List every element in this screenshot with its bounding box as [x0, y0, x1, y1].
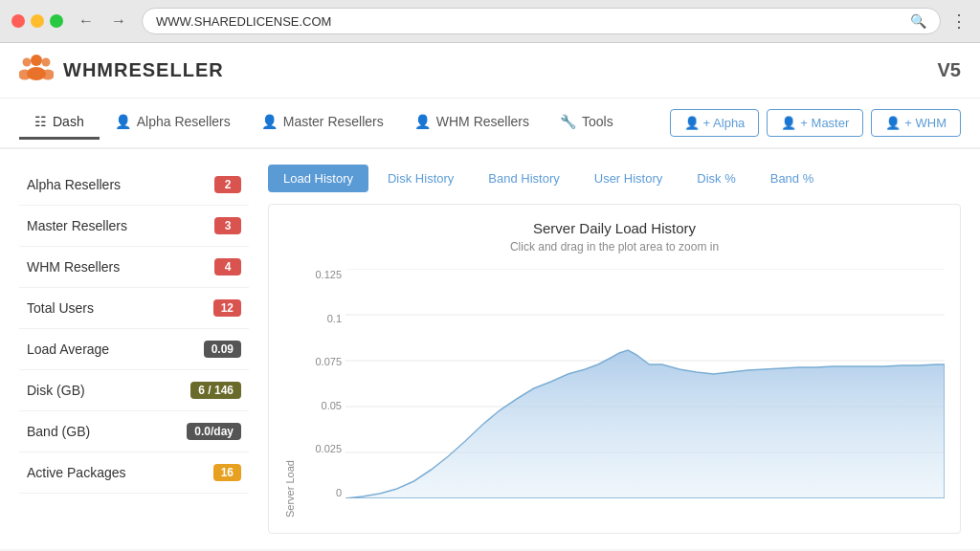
- svg-point-0: [31, 55, 42, 66]
- add-alpha-icon: 👤: [684, 116, 700, 130]
- nav-tab-tools[interactable]: 🔧 Tools: [545, 106, 629, 140]
- nav-tabs: ☷ Dash 👤 Alpha Resellers 👤 Master Resell…: [19, 106, 629, 140]
- app-container: WHMRESELLER V5 ☷ Dash 👤 Alpha Resellers …: [0, 43, 980, 549]
- add-whm-icon: 👤: [885, 116, 901, 130]
- add-master-icon: 👤: [781, 116, 796, 130]
- add-alpha-label: + Alpha: [703, 116, 746, 130]
- sidebar-item-master-resellers[interactable]: Master Resellers 3: [19, 206, 249, 247]
- logo-text: WHMRESELLER: [63, 59, 224, 81]
- sidebar-item-band-gb[interactable]: Band (GB) 0.0/day: [19, 411, 249, 452]
- chart-tabs: Load History Disk History Band History U…: [268, 165, 961, 192]
- y-axis-label: Server Load: [284, 269, 296, 518]
- svg-point-4: [42, 58, 51, 67]
- sidebar-item-alpha-resellers[interactable]: Alpha Resellers 2: [19, 165, 249, 206]
- y-tick-3: 0.05: [303, 400, 342, 411]
- sidebar-label-total-users: Total Users: [27, 300, 94, 316]
- badge-active-packages: 16: [213, 464, 241, 481]
- sidebar: Alpha Resellers 2 Master Resellers 3 WHM…: [19, 165, 249, 534]
- badge-load-average: 0.09: [204, 341, 241, 358]
- close-dot[interactable]: [11, 14, 25, 28]
- badge-whm: 4: [214, 258, 241, 276]
- chart-tab-band-pct[interactable]: Band %: [755, 165, 830, 192]
- chart-title: Server Daily Load History: [284, 220, 945, 236]
- tools-icon: 🔧: [560, 114, 576, 129]
- sidebar-item-load-average[interactable]: Load Average 0.09: [19, 329, 249, 370]
- chart-wrapper: Server Load 0.125 0.1 0.075 0.05 0.025 0: [284, 269, 945, 518]
- chart-inner: 0.125 0.1 0.075 0.05 0.025 0: [303, 269, 945, 518]
- nav-tab-whm[interactable]: 👤 WHM Resellers: [399, 106, 545, 140]
- chart-tab-band-history[interactable]: Band History: [473, 165, 574, 192]
- app-header: WHMRESELLER V5: [0, 43, 980, 99]
- logo-icon: [19, 53, 54, 88]
- sidebar-label-disk: Disk (GB): [27, 383, 85, 398]
- nav-bar: ☷ Dash 👤 Alpha Resellers 👤 Master Resell…: [0, 99, 980, 149]
- nav-tab-alpha[interactable]: 👤 Alpha Resellers: [100, 106, 246, 140]
- sidebar-item-total-users[interactable]: Total Users 12: [19, 288, 249, 329]
- nav-tab-dash[interactable]: ☷ Dash: [19, 106, 100, 140]
- y-tick-5: 0: [303, 487, 342, 498]
- browser-chrome: ← → WWW.SHAREDLICENSE.COM 🔍 ⋮: [0, 0, 980, 43]
- user-icon-master: 👤: [261, 114, 278, 129]
- y-tick-2: 0.075: [303, 356, 342, 367]
- chart-tab-user-history[interactable]: User History: [579, 165, 679, 192]
- search-icon: 🔍: [910, 13, 926, 29]
- y-tick-4: 0.025: [303, 443, 342, 454]
- badge-total-users: 12: [213, 299, 241, 317]
- add-whm-label: + WHM: [904, 116, 947, 130]
- sidebar-label-master: Master Resellers: [27, 218, 127, 233]
- add-alpha-button[interactable]: 👤 + Alpha: [670, 109, 760, 137]
- logo: WHMRESELLER: [19, 53, 224, 88]
- nav-tab-alpha-label: Alpha Resellers: [137, 114, 231, 129]
- sidebar-label-whm: WHM Resellers: [27, 259, 120, 275]
- back-button[interactable]: ←: [73, 11, 100, 32]
- minimize-dot[interactable]: [31, 14, 44, 28]
- user-icon-alpha: 👤: [115, 114, 131, 129]
- version-badge: V5: [938, 59, 961, 81]
- forward-button[interactable]: →: [105, 11, 132, 32]
- nav-actions: 👤 + Alpha 👤 + Master 👤 + WHM: [670, 109, 961, 137]
- chart-area: Load History Disk History Band History U…: [268, 165, 961, 534]
- main-content: Alpha Resellers 2 Master Resellers 3 WHM…: [0, 149, 980, 549]
- browser-dots: [11, 14, 63, 28]
- nav-tab-tools-label: Tools: [582, 114, 613, 129]
- sidebar-label-alpha: Alpha Resellers: [27, 177, 121, 192]
- url-text: WWW.SHAREDLICENSE.COM: [156, 14, 331, 29]
- sidebar-label-band: Band (GB): [27, 424, 90, 439]
- chart-subtitle: Click and drag in the plot area to zoom …: [284, 240, 945, 253]
- chart-plot[interactable]: [345, 269, 945, 498]
- svg-point-2: [23, 58, 32, 67]
- chart-tab-disk-history[interactable]: Disk History: [372, 165, 469, 192]
- y-axis-ticks: 0.125 0.1 0.075 0.05 0.025 0: [303, 269, 342, 498]
- nav-tab-master[interactable]: 👤 Master Resellers: [246, 106, 399, 140]
- chart-container: Server Daily Load History Click and drag…: [268, 204, 961, 534]
- dash-icon: ☷: [34, 114, 47, 129]
- nav-tab-dash-label: Dash: [53, 114, 84, 129]
- badge-alpha: 2: [214, 176, 241, 193]
- sidebar-item-disk-gb[interactable]: Disk (GB) 6 / 146: [19, 370, 249, 411]
- y-tick-0: 0.125: [303, 269, 342, 280]
- chart-svg: [345, 269, 945, 498]
- sidebar-label-load-average: Load Average: [27, 342, 109, 357]
- address-bar[interactable]: WWW.SHAREDLICENSE.COM 🔍: [142, 8, 941, 34]
- add-whm-button[interactable]: 👤 + WHM: [871, 109, 961, 137]
- y-tick-1: 0.1: [303, 313, 342, 324]
- chart-tab-load-history[interactable]: Load History: [268, 165, 368, 192]
- nav-tab-master-label: Master Resellers: [283, 114, 384, 129]
- user-icon-whm: 👤: [414, 114, 431, 129]
- maximize-dot[interactable]: [50, 14, 63, 28]
- sidebar-item-whm-resellers[interactable]: WHM Resellers 4: [19, 247, 249, 288]
- add-master-button[interactable]: 👤 + Master: [767, 109, 863, 137]
- browser-menu-icon[interactable]: ⋮: [950, 11, 969, 32]
- badge-band: 0.0/day: [187, 423, 241, 440]
- add-master-label: + Master: [800, 116, 849, 130]
- sidebar-label-active-packages: Active Packages: [27, 465, 126, 480]
- sidebar-item-active-packages[interactable]: Active Packages 16: [19, 452, 249, 494]
- chart-tab-disk-pct[interactable]: Disk %: [681, 165, 750, 192]
- badge-disk: 6 / 146: [190, 382, 241, 399]
- badge-master: 3: [214, 217, 241, 234]
- nav-tab-whm-label: WHM Resellers: [436, 114, 529, 129]
- browser-nav: ← →: [73, 11, 132, 32]
